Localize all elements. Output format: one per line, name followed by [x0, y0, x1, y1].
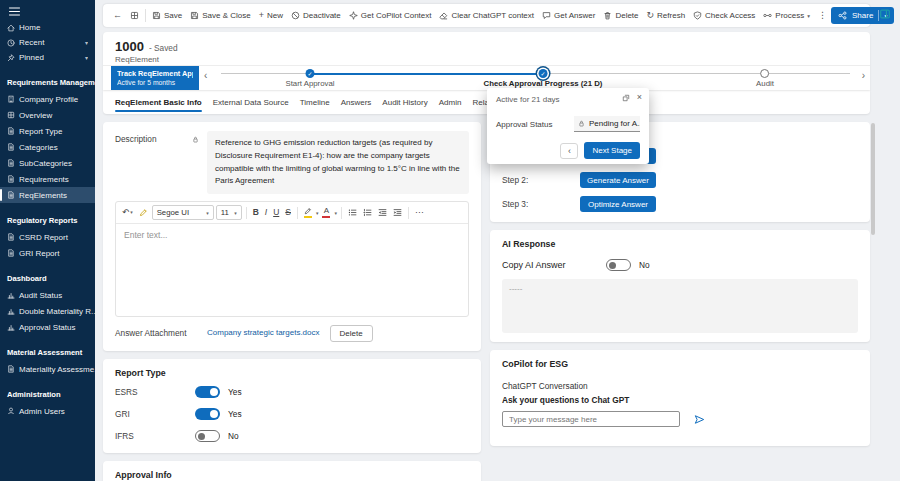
- toggle-row-ifrs: IFRS No: [115, 430, 469, 442]
- more-commands-button[interactable]: ⋮: [815, 9, 830, 22]
- tab-label: Timeline: [300, 98, 330, 107]
- form-switcher-button[interactable]: [127, 9, 142, 22]
- tab-admin[interactable]: Admin: [439, 90, 462, 114]
- indent-icon: [393, 208, 402, 217]
- sidebar-item-recent[interactable]: Recent▾: [0, 35, 95, 50]
- indent-button[interactable]: [391, 207, 404, 218]
- italic-button[interactable]: I: [263, 207, 269, 218]
- sidebar-item-materiality-assessment[interactable]: Materiality Assessme...: [0, 361, 95, 377]
- save-button[interactable]: Save: [149, 9, 185, 22]
- outdent-icon: [378, 208, 387, 217]
- command-label: New: [267, 11, 283, 20]
- sidebar-group-administration: Administration: [0, 387, 95, 399]
- copilot-panel-button[interactable]: [877, 6, 893, 22]
- tab-answers[interactable]: Answers: [341, 90, 372, 114]
- close-icon[interactable]: ×: [637, 93, 642, 102]
- underline-button[interactable]: U: [271, 207, 281, 218]
- sidebar-item-audit-status[interactable]: Audit Status: [0, 287, 95, 303]
- new-button[interactable]: +New: [256, 9, 286, 22]
- sidebar-item-gri-report[interactable]: GRI Report: [0, 245, 95, 261]
- numbered-list-button[interactable]: [361, 207, 374, 218]
- stage-active-icon: ✓: [539, 69, 548, 78]
- sidebar-item-requirements[interactable]: Requirements: [0, 171, 95, 187]
- toolbar-overflow-button[interactable]: ⋯: [413, 207, 426, 218]
- scrollbar-thumb[interactable]: [871, 123, 875, 235]
- attachment-delete-button[interactable]: Delete: [330, 325, 373, 342]
- bpf-stage-start-approval[interactable]: ✓ Start Approval: [286, 66, 335, 88]
- clear-chatgpt-context-button[interactable]: Clear ChatGPT context: [436, 9, 537, 22]
- tab-external-data-source[interactable]: External Data Source: [213, 90, 289, 114]
- process-button[interactable]: Process▾: [760, 9, 813, 22]
- rich-text-input[interactable]: Enter text...: [116, 224, 468, 316]
- attachment-file-link[interactable]: Company strategic targets.docx: [207, 325, 320, 337]
- refresh-button[interactable]: ↻Refresh: [644, 9, 689, 22]
- hamburger-menu-button[interactable]: [0, 0, 30, 20]
- bpf-stage-audit[interactable]: Audit: [756, 66, 774, 88]
- previous-stage-button[interactable]: ‹: [560, 143, 578, 159]
- ask-questions-label: Ask your questions to Chat GPT: [502, 395, 858, 405]
- delete-button[interactable]: Delete: [600, 9, 641, 22]
- sidebar-item-pinned[interactable]: Pinned▾: [0, 50, 95, 65]
- sidebar-item-subcategories[interactable]: SubCategories: [0, 155, 95, 171]
- sidebar-item-home[interactable]: Home: [0, 20, 95, 35]
- optimize-answer-button[interactable]: Optimize Answer: [580, 196, 656, 212]
- get-copilot-context-button[interactable]: Get CoPilot Context: [346, 9, 435, 22]
- send-message-button[interactable]: [694, 414, 705, 425]
- sidebar-item-overview[interactable]: Overview: [0, 107, 95, 123]
- tab-audit-history[interactable]: Audit History: [382, 90, 427, 114]
- bpf-previous-button[interactable]: ‹: [204, 71, 207, 81]
- generate-answer-button[interactable]: Generate Answer: [580, 172, 656, 188]
- tab-reqelement-basic-info[interactable]: ReqElement Basic Info: [115, 90, 202, 114]
- highlight-color-button[interactable]: [302, 206, 314, 219]
- bpf-stage-check-approval-progress[interactable]: ✓ Check Approval Progress (21 D): [484, 66, 603, 88]
- outdent-button[interactable]: [376, 207, 389, 218]
- sidebar-group-regulatory-reports: Regulatory Reports: [0, 213, 95, 225]
- rich-text-editor: ↶▾ Segoe UI▾ 11▾ B I U S ▾ A ▾: [115, 201, 469, 317]
- step-label: Step 3:: [502, 199, 580, 209]
- strikethrough-button[interactable]: S: [283, 207, 293, 218]
- person-icon: [7, 407, 15, 415]
- bpf-next-button[interactable]: ›: [862, 71, 865, 81]
- check-access-button[interactable]: Check Access: [690, 9, 758, 22]
- chevron-down-icon: ▾: [206, 210, 209, 216]
- bullet-list-button[interactable]: [346, 207, 359, 218]
- chat-message-input[interactable]: [502, 411, 680, 427]
- approval-status-value[interactable]: Pending for A...: [574, 116, 640, 132]
- ifrs-toggle[interactable]: [195, 430, 220, 442]
- highlighter-icon: [304, 207, 312, 215]
- command-label: Save & Close: [202, 11, 250, 20]
- save-and-close-button[interactable]: Save & Close: [187, 9, 253, 22]
- sidebar-item-double-materiality[interactable]: Double Materiality R...: [0, 303, 95, 319]
- format-painter-button[interactable]: [137, 207, 150, 218]
- undo-button[interactable]: ↶▾: [120, 207, 135, 218]
- deactivate-button[interactable]: Deactivate: [288, 9, 344, 22]
- sidebar-group-material-assessment: Material Assessment: [0, 345, 95, 357]
- sidebar-item-csrd-report[interactable]: CSRD Report: [0, 229, 95, 245]
- sidebar-item-label: Categories: [19, 143, 58, 152]
- tab-label: Admin: [439, 98, 462, 107]
- tab-timeline[interactable]: Timeline: [300, 90, 330, 114]
- sidebar-item-company-profile[interactable]: Company Profile: [0, 91, 95, 107]
- bold-button[interactable]: B: [251, 207, 261, 218]
- sidebar-item-label: Overview: [19, 111, 52, 120]
- chevron-down-icon: ▾: [316, 210, 319, 216]
- font-color-button[interactable]: A: [320, 206, 332, 219]
- font-family-select[interactable]: Segoe UI▾: [152, 205, 214, 220]
- back-button[interactable]: ←: [110, 9, 125, 22]
- font-size-select[interactable]: 11▾: [216, 205, 242, 220]
- sidebar-item-admin-users[interactable]: Admin Users: [0, 403, 95, 419]
- sidebar-item-reqelements[interactable]: ReqElements: [0, 187, 95, 203]
- sidebar-item-categories[interactable]: Categories: [0, 139, 95, 155]
- get-answer-button[interactable]: Get Answer: [539, 9, 598, 22]
- esrs-toggle[interactable]: [195, 386, 220, 398]
- popout-icon[interactable]: [622, 94, 630, 102]
- next-stage-button[interactable]: Next Stage: [584, 142, 640, 159]
- sidebar-item-label: Approval Status: [19, 323, 75, 332]
- sidebar-item-approval-status[interactable]: Approval Status: [0, 319, 95, 335]
- bpf-badge[interactable]: Track ReqElement Appro... Active for 5 m…: [111, 66, 199, 90]
- gri-toggle[interactable]: [195, 408, 220, 420]
- section-title: CoPilot for ESG: [502, 359, 858, 369]
- description-value: Reference to GHG emission reduction targ…: [207, 131, 469, 194]
- copy-ai-answer-toggle[interactable]: [606, 259, 631, 271]
- sidebar-item-report-type[interactable]: Report Type: [0, 123, 95, 139]
